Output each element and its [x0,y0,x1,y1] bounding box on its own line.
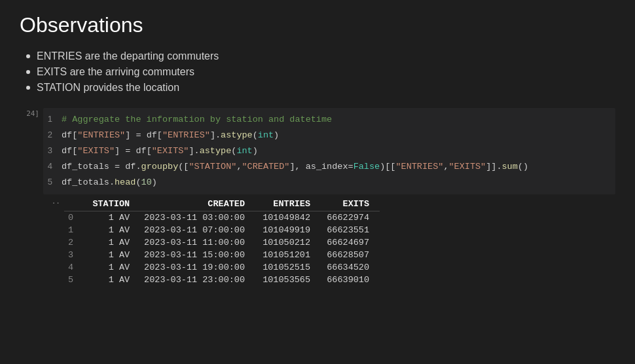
table-row: 01 AV2023-03-11 03:00:001010498426662297… [64,211,380,224]
table-cell: 2023-03-11 07:00:00 [140,224,255,236]
col-header-exits: EXITS [321,197,380,211]
line-number: 5 [43,175,62,189]
table-cell: 101053565 [255,274,321,286]
observations-list: ENTRIES are the departing commuters EXIT… [20,50,615,94]
table-cell: 4 [64,261,81,274]
table-cell: 2023-03-11 23:00:00 [140,274,255,286]
table-cell: 2023-03-11 19:00:00 [140,261,255,274]
table-cell: 1 [64,224,81,236]
bullet-icon [26,54,30,58]
line-number: 2 [43,128,62,141]
table-cell: 0 [64,211,81,224]
list-item: EXITS are the arriving commuters [26,66,615,78]
output-ellipsis: .. [43,197,60,206]
code-line-3: df["EXITS"] = df["EXITS"].astype(int) [62,145,258,158]
code-block: 1 # Aggregate the information by station… [43,108,615,194]
table-cell: 66628507 [321,249,380,261]
col-header-entries: ENTRIES [255,197,321,211]
table-cell: 101049842 [255,211,321,224]
col-header-created: CREATED [140,197,255,211]
table-body: 01 AV2023-03-11 03:00:001010498426662297… [64,211,380,286]
table-row: 51 AV2023-03-11 23:00:001010535656663901… [64,274,380,286]
table-header-row: STATION CREATED ENTRIES EXITS [64,197,380,211]
table-cell: 2023-03-11 03:00:00 [140,211,255,224]
table-cell: 66622974 [321,211,380,224]
list-item: ENTRIES are the departing commuters [26,50,615,62]
table-cell: 2023-03-11 15:00:00 [140,249,255,261]
table-cell: 66623551 [321,224,380,236]
list-item: STATION provides the location [26,82,615,94]
line-number: 1 [43,113,62,126]
code-line-5: df_totals.head(10) [62,176,157,190]
table-cell: 1 AV [81,261,140,274]
table-row: 21 AV2023-03-11 11:00:001010502126662469… [64,236,380,249]
table-row: 41 AV2023-03-11 19:00:001010525156663452… [64,261,380,274]
table-row: 31 AV2023-03-11 15:00:001010512016662850… [64,249,380,261]
table-cell: 1 AV [81,249,140,261]
table-cell: 2023-03-11 11:00:00 [140,236,255,249]
table-cell: 101051201 [255,249,321,261]
table-cell: 66634520 [321,261,380,274]
table-cell: 66639010 [321,274,380,286]
table-cell: 101049919 [255,224,321,236]
table-cell: 1 AV [81,224,140,236]
table-cell: 3 [64,249,81,261]
cell-label-out: 24] [26,109,39,118]
table-cell: 5 [64,274,81,286]
table-cell: 66624697 [321,236,380,249]
page-title: Observations [20,13,615,37]
bullet-icon [26,70,30,74]
table-cell: 1 AV [81,236,140,249]
table-cell: 1 AV [81,211,140,224]
col-header-station: STATION [81,197,140,211]
code-line-2: df["ENTRIES"] = df["ENTRIES"].astype(int… [62,129,279,143]
line-number: 4 [43,160,62,173]
output-table-container: STATION CREATED ENTRIES EXITS 01 AV2023-… [64,197,380,286]
bullet-icon [26,86,30,90]
table-cell: 101052515 [255,261,321,274]
data-table: STATION CREATED ENTRIES EXITS 01 AV2023-… [64,197,380,286]
table-cell: 1 AV [81,274,140,286]
code-line-4: df_totals = df.groupby(["STATION","CREAT… [62,160,528,174]
table-cell: 101050212 [255,236,321,249]
table-row: 11 AV2023-03-11 07:00:001010499196662355… [64,224,380,236]
line-number: 3 [43,144,62,157]
col-header-index [64,197,81,211]
table-cell: 2 [64,236,81,249]
code-comment: # Aggregate the information by station a… [62,113,332,127]
